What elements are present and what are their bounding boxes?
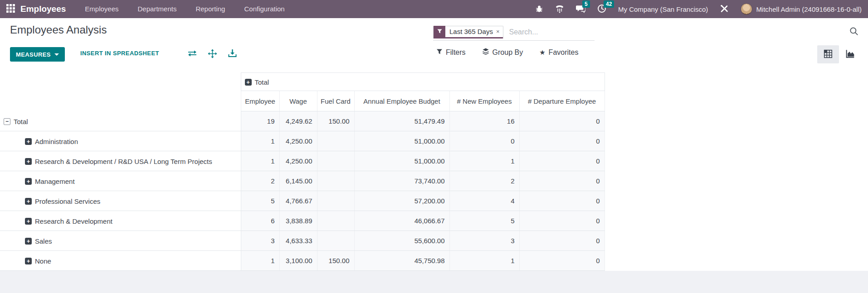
pivot-cell-research-development-r-d-usa-long-term-p-new-employees: 1	[449, 151, 519, 171]
pivot-cell-research-development-departure-employee: 0	[519, 211, 605, 231]
facet-label: Last 365 Days	[445, 28, 496, 35]
expand-icon: +	[25, 178, 32, 185]
page-background	[0, 271, 868, 293]
search-facet: Last 365 Days ×	[433, 26, 503, 38]
expand-all-icon	[208, 53, 217, 60]
pivot-cell-administration-annual-employee-budget: 51,000.00	[354, 131, 449, 151]
row-label-text: Sales	[35, 237, 52, 245]
row-header-research-development-r-d-usa-long-term-p[interactable]: +Research & Development / R&D USA / Long…	[0, 151, 241, 171]
pivot-cell-none-departure-employee: 0	[519, 251, 605, 271]
measure-header-departure-employee[interactable]: # Departure Employee	[519, 91, 605, 111]
row-label-text: Research & Development	[35, 217, 112, 225]
pivot-cell-sales-wage: 4,633.33	[279, 231, 317, 251]
tools-icon	[720, 4, 729, 14]
measures-label: MEASURES	[16, 51, 51, 58]
measure-header-wage[interactable]: Wage	[279, 91, 317, 111]
debug-mode-button[interactable]	[535, 5, 543, 14]
pivot-cell-sales-fuel-card	[317, 231, 354, 251]
graph-view-button[interactable]	[839, 45, 861, 63]
flip-axis-icon	[187, 53, 198, 59]
corner-cell	[0, 91, 241, 111]
row-header-research-development[interactable]: +Research & Development	[0, 211, 241, 231]
table-row: +Administration14,250.0051,000.0000	[0, 131, 605, 151]
pivot-cell-sales-annual-employee-budget: 55,600.00	[354, 231, 449, 251]
row-label-text: Professional Services	[35, 197, 100, 205]
company-switcher[interactable]: My Company (San Francisco)	[618, 5, 708, 13]
apps-menu-button[interactable]	[6, 4, 15, 14]
activities-button[interactable]: 42	[597, 4, 606, 14]
favorites-button[interactable]: ★ Favorites	[539, 48, 578, 57]
corner-cell	[0, 73, 241, 91]
column-header-total[interactable]: + Total	[241, 73, 605, 91]
pivot-cell-none-annual-employee-budget: 45,750.98	[354, 251, 449, 271]
app-name[interactable]: Employees	[20, 4, 66, 14]
row-label-text: Research & Development / R&D USA / Long …	[35, 158, 212, 165]
avatar[interactable]	[741, 3, 752, 15]
favorites-label: Favorites	[549, 48, 579, 57]
table-row: +Management26,145.0073,740.0020	[0, 171, 605, 191]
pivot-cell-administration-wage: 4,250.00	[279, 131, 317, 151]
filters-label: Filters	[446, 48, 466, 57]
column-group-label: Total	[255, 78, 269, 86]
measure-header-new-employees[interactable]: # New Employees	[449, 91, 519, 111]
group-by-button[interactable]: Group By	[482, 48, 523, 57]
search-options-bar: Filters Group By ★ Favorites	[436, 48, 578, 57]
search-toggle-button[interactable]	[849, 26, 859, 38]
row-header-administration[interactable]: +Administration	[0, 131, 241, 151]
nav-menu-employees[interactable]: Employees	[85, 5, 118, 13]
row-header-none[interactable]: +None	[0, 251, 241, 271]
pivot-cell-professional-services-employee: 5	[241, 191, 279, 211]
measure-header-annual-employee-budget[interactable]: Annual Employee Budget	[354, 91, 449, 111]
table-row: +Research & Development / R&D USA / Long…	[0, 151, 605, 171]
funnel-icon	[434, 26, 445, 38]
grid-icon	[6, 4, 15, 14]
layers-icon	[482, 48, 489, 57]
pivot-cell-none-fuel-card: 150.00	[317, 251, 354, 271]
row-header-management[interactable]: +Management	[0, 171, 241, 191]
pivot-cell-research-development-r-d-usa-long-term-p-annual-employee-budget: 51,000.00	[354, 151, 449, 171]
flip-axis-button[interactable]	[187, 49, 198, 59]
pivot-cell-professional-services-fuel-card	[317, 191, 354, 211]
row-header-professional-services[interactable]: +Professional Services	[0, 191, 241, 211]
row-header-total[interactable]: −Total	[0, 111, 241, 131]
measure-header-employee[interactable]: Employee	[241, 91, 279, 111]
expand-icon: +	[25, 138, 32, 145]
area-chart-icon	[845, 49, 855, 60]
expand-all-button[interactable]	[208, 49, 217, 60]
nav-menu-departments[interactable]: Departments	[138, 5, 177, 13]
user-menu[interactable]: Mitchell Admin (24091668-16-0-all)	[756, 5, 862, 13]
nav-menu-configuration[interactable]: Configuration	[244, 5, 284, 13]
expand-icon: +	[25, 238, 32, 245]
page-title: Employees Analysis	[10, 24, 107, 36]
download-button[interactable]	[228, 49, 237, 59]
pivot-cell-management-employee: 2	[241, 171, 279, 191]
insert-in-spreadsheet-button[interactable]: INSERT IN SPREADSHEET	[80, 50, 159, 57]
search-input[interactable]	[503, 28, 595, 36]
pivot-cell-none-employee: 1	[241, 251, 279, 271]
pivot-view-button[interactable]	[817, 45, 839, 63]
pivot-cell-administration-fuel-card	[317, 131, 354, 151]
star-icon: ★	[539, 49, 545, 56]
measure-header-row: EmployeeWageFuel CardAnnual Employee Bud…	[0, 91, 605, 111]
funnel-icon	[436, 48, 443, 57]
pivot-cell-management-wage: 6,145.00	[279, 171, 317, 191]
odoo-window: Employees EmployeesDepartmentsReportingC…	[0, 0, 868, 293]
group-by-label: Group By	[493, 48, 523, 57]
row-header-sales[interactable]: +Sales	[0, 231, 241, 251]
messages-count-badge: 5	[582, 0, 590, 8]
expand-icon: +	[25, 158, 32, 165]
filters-button[interactable]: Filters	[436, 48, 466, 57]
voip-dialer-button[interactable]	[555, 4, 564, 14]
messages-button[interactable]: 5	[576, 4, 585, 14]
support-tools-button[interactable]	[720, 4, 729, 14]
measures-button[interactable]: MEASURES	[10, 47, 65, 62]
nav-menu-reporting[interactable]: Reporting	[195, 5, 225, 13]
measure-header-fuel-card[interactable]: Fuel Card	[317, 91, 354, 111]
pivot-table: + Total EmployeeWageFuel CardAnnual Empl…	[0, 72, 605, 271]
facet-remove-button[interactable]: ×	[496, 28, 503, 35]
pivot-cell-management-new-employees: 2	[449, 171, 519, 191]
pivot-cell-research-development-annual-employee-budget: 46,066.67	[354, 211, 449, 231]
column-group-row: + Total	[0, 73, 605, 91]
table-row: +None13,100.00150.0045,750.9810	[0, 251, 605, 271]
pivot-cell-professional-services-annual-employee-budget: 57,200.00	[354, 191, 449, 211]
